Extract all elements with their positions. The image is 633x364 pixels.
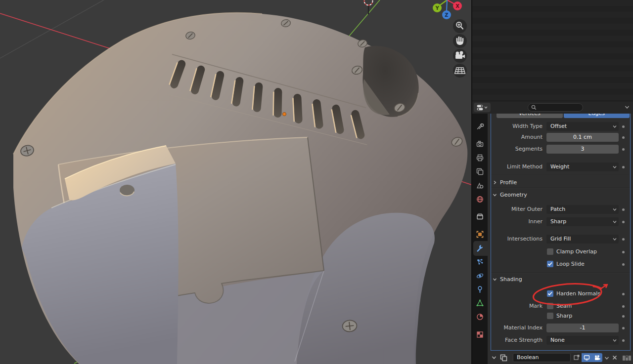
- width-type-dropdown[interactable]: Offset: [546, 122, 619, 131]
- intersections-row: Intersections Grid Fill: [488, 235, 633, 243]
- object-origin-dot: [283, 113, 286, 116]
- seam-checkbox[interactable]: [547, 303, 553, 309]
- decorator-dot[interactable]: [622, 136, 625, 139]
- decorator-dot[interactable]: [622, 251, 625, 253]
- affect-vertices-button[interactable]: Vertices: [497, 114, 563, 118]
- tab-modifiers[interactable]: [476, 244, 484, 253]
- decorator-dot[interactable]: [622, 263, 625, 266]
- boolean-modifier-header[interactable]: Boolean: [488, 352, 633, 364]
- tab-material[interactable]: [476, 313, 484, 321]
- realtime-display-toggle[interactable]: [582, 353, 592, 362]
- tab-view-layer[interactable]: [476, 167, 484, 176]
- outliner-panel[interactable]: [472, 0, 633, 101]
- tab-output[interactable]: [476, 154, 484, 162]
- constraints-icon: [476, 285, 484, 294]
- decorator-dot[interactable]: [622, 315, 625, 318]
- svg-text:X: X: [455, 3, 459, 9]
- decorator-dot[interactable]: [622, 125, 625, 128]
- decorator-dot[interactable]: [622, 339, 625, 342]
- editor-type-button[interactable]: [474, 103, 491, 112]
- harden-normals-checkbox[interactable]: [547, 290, 553, 297]
- 3d-viewport[interactable]: Y X Z: [0, 0, 471, 364]
- profile-section-title: Profile: [500, 179, 517, 186]
- chevron-down-icon: [493, 277, 497, 282]
- intersections-label: Intersections: [488, 235, 543, 243]
- miter-inner-dropdown[interactable]: Sharp: [546, 217, 619, 226]
- tab-tool[interactable]: [476, 122, 484, 130]
- svg-text:Y: Y: [435, 5, 439, 11]
- modifier-extras-chevron[interactable]: [604, 356, 609, 361]
- right-editors: Vertices Edges Width Type Offset Amount …: [471, 0, 633, 364]
- object-data-icon: [476, 299, 484, 307]
- gizmo-z-axis: Z: [442, 10, 451, 19]
- tab-constraints[interactable]: [476, 285, 484, 294]
- decorator-dot[interactable]: [622, 293, 625, 295]
- intersections-dropdown[interactable]: Grid Fill: [546, 235, 619, 243]
- orthographic-grid-button[interactable]: [453, 64, 467, 78]
- render-display-toggle[interactable]: [592, 353, 602, 362]
- edit-mode-toggle[interactable]: [571, 353, 582, 362]
- face-strength-value: None: [550, 336, 565, 345]
- decorator-dot[interactable]: [622, 166, 625, 168]
- material-index-slider[interactable]: -1: [546, 324, 619, 332]
- tab-physics[interactable]: [476, 272, 484, 280]
- sharp-checkbox[interactable]: [547, 313, 553, 319]
- tab-render[interactable]: [476, 140, 484, 148]
- decorator-dot[interactable]: [622, 148, 625, 151]
- tab-object[interactable]: [476, 230, 484, 239]
- view-layer-icon: [477, 169, 483, 175]
- miter-inner-label: Inner: [488, 217, 543, 226]
- drag-handle[interactable]: [626, 356, 628, 358]
- decorator-dot[interactable]: [622, 208, 625, 211]
- tab-object-data[interactable]: [476, 299, 484, 307]
- render-camera-icon: [594, 355, 600, 361]
- amount-row: Amount 0.1 cm: [488, 133, 633, 142]
- affect-edges-button[interactable]: Edges: [564, 114, 630, 118]
- tab-texture[interactable]: [476, 330, 484, 339]
- tab-collection[interactable]: [476, 212, 484, 221]
- width-type-row: Width Type Offset: [488, 122, 633, 131]
- decorator-dot[interactable]: [622, 327, 625, 329]
- pan-hand-button[interactable]: [453, 34, 467, 48]
- chevron-down-icon: [493, 193, 497, 197]
- geometry-section-header[interactable]: Geometry: [493, 190, 527, 199]
- face-strength-dropdown[interactable]: None: [546, 336, 619, 345]
- tool-icon: [478, 124, 484, 129]
- divider: [491, 188, 630, 188]
- chevron-down-icon: [613, 338, 617, 342]
- tab-particles[interactable]: [476, 258, 484, 266]
- loop-slide-checkbox[interactable]: [547, 261, 553, 267]
- close-icon[interactable]: [611, 353, 618, 362]
- zoom-button[interactable]: [453, 19, 467, 33]
- decorator-dot[interactable]: [622, 221, 625, 223]
- segments-row: Segments 3: [488, 145, 633, 154]
- expand-chevron-icon[interactable]: [492, 355, 497, 360]
- limit-method-value: Weight: [550, 162, 569, 171]
- limit-method-dropdown[interactable]: Weight: [546, 162, 619, 171]
- shading-section-header[interactable]: Shading: [493, 275, 522, 283]
- decorator-dot[interactable]: [622, 238, 625, 241]
- modifier-display-toggles: [571, 353, 603, 362]
- width-type-label: Width Type: [488, 122, 543, 131]
- output-printer-icon: [477, 155, 483, 161]
- amount-slider[interactable]: 0.1 cm: [546, 133, 619, 142]
- seam-label: Seam: [556, 302, 572, 311]
- modifier-name-input[interactable]: Boolean: [513, 353, 571, 362]
- chevron-down-icon: [613, 165, 617, 169]
- miter-outer-dropdown[interactable]: Patch: [546, 205, 619, 214]
- segments-slider[interactable]: 3: [546, 145, 619, 154]
- tab-world[interactable]: [476, 195, 484, 203]
- tab-scene[interactable]: [476, 181, 484, 190]
- texture-checker-icon: [476, 330, 484, 339]
- chevron-down-icon: [484, 106, 488, 109]
- clamp-overlap-checkbox[interactable]: [547, 248, 553, 255]
- properties-search-input[interactable]: [528, 103, 583, 112]
- header-options-chevron[interactable]: [624, 104, 630, 110]
- shading-section-title: Shading: [500, 276, 522, 283]
- svg-text:Z: Z: [445, 12, 448, 18]
- particles-icon: [476, 258, 484, 266]
- camera-view-button[interactable]: [453, 49, 467, 63]
- decorator-dot[interactable]: [622, 305, 625, 308]
- chevron-down-icon: [613, 207, 617, 211]
- profile-section-header[interactable]: Profile: [493, 178, 517, 187]
